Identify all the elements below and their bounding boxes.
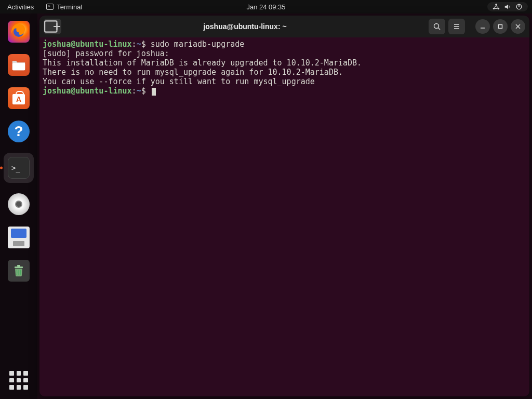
new-tab-button[interactable] [44,19,61,34]
dock-floppy[interactable] [7,225,31,249]
activities-button[interactable]: Activities [4,2,37,12]
software-icon [8,87,30,109]
close-icon [515,23,521,30]
clock[interactable]: Jan 24 09:35 [246,3,285,11]
prompt-path: ~ [137,86,141,96]
tab-plus-icon [44,18,61,35]
minimize-button[interactable] [475,19,490,34]
search-button[interactable] [429,19,445,34]
prompt-separator: : [132,86,137,96]
prompt-userhost: joshua@ubuntu-linux [43,86,132,96]
svg-rect-8 [17,265,20,267]
window-title: joshua@ubuntu-linux: ~ [64,22,425,31]
prompt-userhost: joshua@ubuntu-linux [43,39,132,49]
power-icon [515,3,523,10]
dock-files[interactable] [7,53,31,77]
command-text: sudo mariadb-upgrade [151,39,245,49]
svg-point-1 [493,8,495,10]
close-button[interactable] [511,19,525,34]
prompt-separator: : [132,39,137,49]
svg-point-0 [495,4,497,6]
terminal-small-icon [46,4,54,10]
hamburger-menu-button[interactable] [448,19,465,34]
appmenu-terminal[interactable]: Terminal [46,3,82,11]
show-applications-button[interactable] [9,371,28,390]
dock-disc[interactable] [7,192,31,216]
terminal-icon: >_ [8,157,30,179]
maximize-icon [497,23,503,30]
dock-firefox[interactable] [7,20,31,44]
gnome-top-bar: Activities Terminal Jan 24 09:35 [0,0,532,14]
svg-line-13 [438,28,441,30]
output-line: You can use --force if you still want to… [43,77,315,86]
svg-rect-18 [499,25,502,29]
firefox-icon [8,21,30,43]
svg-point-12 [434,24,439,29]
svg-rect-7 [15,267,23,268]
minimize-icon [480,23,486,30]
svg-point-2 [498,8,500,10]
appmenu-label: Terminal [57,3,82,11]
output-line: [sudo] password for joshua: [43,49,174,58]
system-status-area[interactable] [487,2,528,11]
dock-trash[interactable] [7,259,31,283]
output-line: There is no need to run mysql_upgrade ag… [43,68,343,77]
terminal-cursor [152,88,156,96]
search-icon [433,22,441,31]
terminal-scrollbar[interactable] [525,39,528,393]
dock-terminal[interactable]: >_ [4,153,34,183]
prompt-symbol: $ [141,39,151,49]
maximize-button[interactable] [493,19,508,34]
svg-rect-6 [12,63,25,70]
ubuntu-dock: ? >_ [0,14,37,399]
dock-software[interactable] [7,86,31,110]
dock-help[interactable]: ? [7,119,31,143]
prompt-symbol: $ [141,86,151,96]
disc-icon [8,193,30,215]
volume-icon [504,3,511,10]
prompt-path: ~ [137,39,141,49]
network-icon [493,3,500,10]
terminal-output-area[interactable]: joshua@ubuntu-linux:~$ sudo mariadb-upgr… [39,37,529,396]
files-icon [8,54,30,76]
help-icon: ? [8,121,30,142]
trash-icon [8,260,30,282]
terminal-window: joshua@ubuntu-linux: ~ joshua@ubuntu-lin… [39,16,529,396]
floppy-icon [8,227,30,248]
output-line: This installation of MariaDB is already … [43,58,362,68]
hamburger-icon [453,22,461,31]
window-titlebar: joshua@ubuntu-linux: ~ [39,16,529,37]
